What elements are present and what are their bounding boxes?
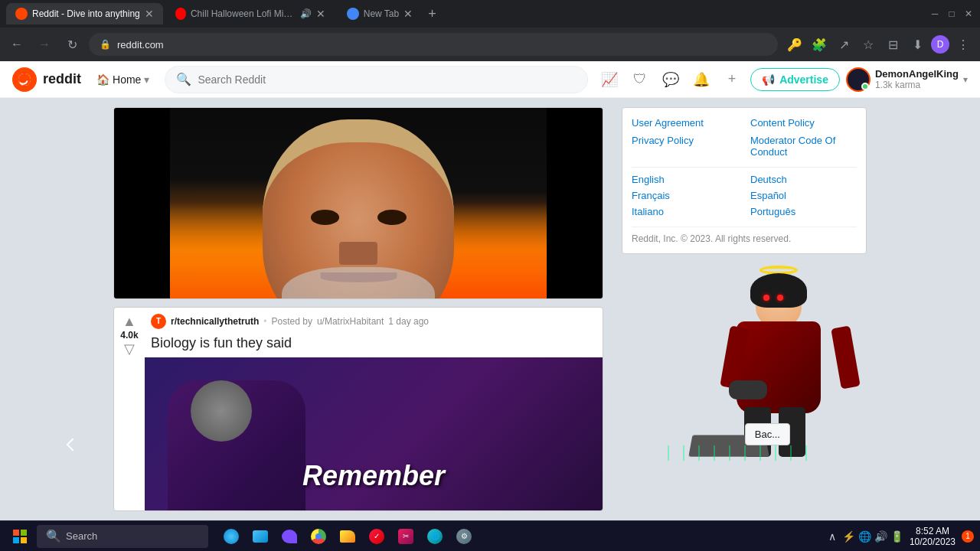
post-title-2: Biology is fun they said: [145, 332, 603, 357]
password-icon[interactable]: 🔑: [784, 34, 805, 55]
battery-icon[interactable]: 🔋: [890, 530, 903, 543]
chat-button[interactable]: [276, 523, 303, 550]
user-agreement-link[interactable]: User Agreement: [632, 117, 738, 129]
sidebar-divider-2: [632, 227, 857, 227]
tab-newtab[interactable]: New Tab ✕: [338, 3, 422, 24]
home-button[interactable]: 🏠 Home ▾: [90, 70, 155, 89]
shield-icon[interactable]: 🛡: [628, 67, 652, 92]
advertise-button[interactable]: 📢 Advertise: [750, 68, 840, 91]
tab-reddit[interactable]: Reddit - Dive into anything ✕: [6, 3, 163, 24]
forward-button[interactable]: →: [34, 34, 55, 55]
username: DemonAngelKing: [875, 68, 959, 80]
reddit-favicon: [15, 8, 28, 20]
lang-francais[interactable]: Français: [632, 190, 738, 201]
chat-icon[interactable]: 💬: [658, 67, 683, 92]
title-bar: Reddit - Dive into anything ✕ Chill Hall…: [0, 0, 980, 28]
taskview-button[interactable]: [217, 523, 245, 550]
taskbar-search[interactable]: 🔍 Search: [37, 525, 208, 548]
reddit-wordmark: reddit: [43, 71, 81, 87]
lang-portugues[interactable]: Português: [750, 206, 857, 217]
volume-icon[interactable]: 🔊: [874, 530, 887, 543]
lang-english[interactable]: English: [632, 174, 738, 185]
lang-italiano[interactable]: Italiano: [632, 206, 738, 217]
menu-icon[interactable]: ⋮: [952, 34, 974, 55]
content-policy-link[interactable]: Content Policy: [750, 117, 857, 129]
security-button[interactable]: ✓: [363, 523, 390, 550]
toolbar-icons: 🔑 🧩 ↗ ☆ ⊟ ⬇ D ⋮: [784, 34, 974, 55]
minimize-button[interactable]: ─: [929, 8, 940, 19]
bell-icon[interactable]: 🔔: [689, 67, 714, 92]
svg-rect-4: [21, 537, 27, 543]
youtube-favicon: [175, 8, 186, 20]
reddit-logo-icon: [12, 67, 37, 92]
taskbar-search-icon: 🔍: [46, 529, 61, 543]
start-button[interactable]: [6, 523, 34, 550]
downvote-button-2[interactable]: ▽: [124, 341, 135, 357]
playing-indicator: 🔊: [300, 8, 312, 19]
home-icon: 🏠: [96, 73, 109, 86]
tab-youtube[interactable]: Chill Halloween Lofi Mix 20... 🔊 ✕: [166, 3, 335, 24]
reddit-logo[interactable]: reddit: [12, 67, 81, 92]
reddit-search-bar[interactable]: 🔍: [165, 66, 588, 93]
settings-button[interactable]: ⚙: [450, 523, 478, 550]
posted-by-2: Posted by: [272, 316, 312, 327]
widgets-button[interactable]: [247, 523, 274, 550]
upvote-button-2[interactable]: ▲: [122, 314, 136, 330]
tray-icon-1[interactable]: ⚡: [842, 530, 855, 543]
lang-deutsch[interactable]: Deutsch: [750, 174, 857, 185]
tab-reddit-close[interactable]: ✕: [145, 8, 154, 20]
subreddit-icon-2: T: [151, 314, 166, 329]
maximize-button[interactable]: □: [946, 8, 957, 19]
newtab-favicon: [347, 8, 359, 20]
anime-section: Bac...: [622, 262, 867, 461]
tab-youtube-close[interactable]: ✕: [316, 8, 325, 20]
system-tray: ∧ ⚡ 🌐 🔊 🔋 8:52 AM 10/20/2023 1: [828, 526, 974, 547]
popular-icon[interactable]: 📈: [597, 67, 622, 92]
megaphone-icon: 📢: [762, 73, 775, 86]
user-avatar: [846, 67, 871, 92]
tab-search-icon[interactable]: ⊟: [882, 34, 903, 55]
app-button-7[interactable]: ✂: [392, 523, 420, 550]
privacy-policy-link[interactable]: Privacy Policy: [632, 135, 738, 158]
download-icon[interactable]: ⬇: [906, 34, 928, 55]
content-wrapper: 💬 48 Comments ↪ Share 🔖 Save ···: [0, 98, 980, 520]
tab-newtab-close[interactable]: ✕: [403, 8, 413, 20]
system-clock[interactable]: 8:52 AM 10/20/2023: [910, 526, 956, 547]
home-label: Home: [113, 73, 141, 86]
search-input[interactable]: [198, 73, 577, 86]
bookmark-icon[interactable]: ☆: [858, 34, 879, 55]
anime-character: [714, 262, 874, 461]
back-button-partial[interactable]: Bac...: [745, 423, 790, 445]
extensions-icon[interactable]: 🧩: [808, 34, 830, 55]
tab-reddit-label: Reddit - Dive into anything: [32, 8, 140, 19]
url-text: reddit.com: [117, 39, 767, 51]
url-bar[interactable]: 🔒 reddit.com: [89, 33, 778, 56]
profile-icon[interactable]: D: [931, 35, 949, 54]
subreddit-name-2[interactable]: r/technicallythetruth: [171, 316, 259, 327]
post-card-2: ▲ 4.0k ▽ T r/technicallythetruth • Poste…: [113, 307, 603, 511]
tray-overflow-button[interactable]: ∧: [828, 530, 836, 543]
feed-column: 💬 48 Comments ↪ Share 🔖 Save ···: [113, 107, 603, 511]
notification-count[interactable]: 1: [962, 530, 974, 543]
chrome-button[interactable]: [305, 523, 332, 550]
lang-espanol[interactable]: Español: [750, 190, 857, 201]
refresh-button[interactable]: ↻: [61, 34, 83, 55]
sidebar-links-grid: User Agreement Content Policy Privacy Po…: [632, 117, 857, 158]
close-button[interactable]: ✕: [963, 8, 974, 19]
author-2[interactable]: u/MatrixHabitant: [317, 316, 384, 327]
moderator-code-link[interactable]: Moderator Code Of Conduct: [750, 135, 857, 158]
user-area[interactable]: DemonAngelKing 1.3k karma ▾: [846, 67, 968, 92]
new-tab-button[interactable]: +: [428, 6, 436, 22]
svg-rect-2: [21, 530, 27, 536]
bullet-separator: •: [263, 316, 266, 327]
back-button[interactable]: ←: [6, 34, 28, 55]
network-icon[interactable]: 🌐: [858, 530, 871, 543]
browser-button[interactable]: 🌐: [421, 523, 449, 550]
vote-area-2: ▲ 4.0k ▽: [114, 308, 145, 510]
user-info: DemonAngelKing 1.3k karma: [875, 68, 959, 90]
advertise-label: Advertise: [779, 73, 828, 86]
clock-time: 8:52 AM: [916, 526, 949, 536]
explorer-button[interactable]: [334, 523, 361, 550]
plus-icon[interactable]: +: [720, 67, 744, 92]
share-icon[interactable]: ↗: [833, 34, 854, 55]
